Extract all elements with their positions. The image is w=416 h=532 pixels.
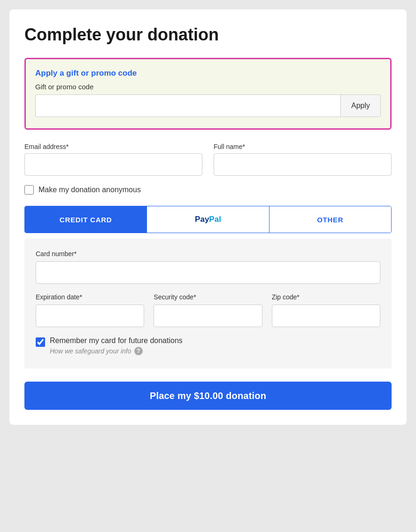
fullname-group: Full name* [214, 143, 392, 176]
paypal-light-text: Pal [209, 215, 221, 224]
apply-button[interactable]: Apply [340, 94, 381, 117]
expiration-input[interactable] [36, 305, 144, 327]
security-code-input[interactable] [154, 305, 262, 327]
paypal-logo: PayPal [195, 215, 221, 224]
email-input[interactable] [24, 153, 202, 176]
tab-paypal[interactable]: PayPal [146, 206, 269, 233]
safeguard-row: How we safeguard your info ? [50, 347, 183, 355]
zip-label: Zip code* [272, 293, 380, 301]
fullname-input[interactable] [214, 153, 392, 176]
safeguard-text: How we safeguard your info [50, 347, 131, 355]
anonymous-row: Make my donation anonymous [24, 185, 392, 195]
card-number-label: Card number* [36, 250, 380, 258]
tab-other[interactable]: OTHER [269, 206, 391, 233]
remember-card-checkbox[interactable] [36, 337, 45, 347]
security-label: Security code* [154, 293, 262, 301]
zip-input[interactable] [272, 305, 380, 327]
promo-section: Apply a gift or promo code Gift or promo… [24, 58, 392, 130]
promo-field-label: Gift or promo code [35, 83, 381, 91]
zip-group: Zip code* [272, 293, 380, 327]
promo-section-title: Apply a gift or promo code [35, 69, 381, 78]
tab-credit-card[interactable]: CREDIT CARD [25, 206, 146, 233]
remember-row: Remember my card for future donations Ho… [36, 336, 380, 355]
anonymous-checkbox[interactable] [24, 185, 34, 195]
contact-fields-row: Email address* Full name* [24, 143, 392, 176]
payment-tabs: CREDIT CARD PayPal OTHER [24, 206, 392, 233]
donate-button[interactable]: Place my $10.00 donation [24, 382, 392, 410]
security-group: Security code* [154, 293, 262, 327]
safeguard-help-icon[interactable]: ? [134, 347, 143, 355]
credit-card-section: Card number* Expiration date* Security c… [24, 239, 392, 368]
cc-details-row: Expiration date* Security code* Zip code… [36, 293, 380, 327]
page-title: Complete your donation [24, 24, 392, 45]
expiration-group: Expiration date* [36, 293, 144, 327]
paypal-dark-text: Pay [195, 215, 209, 224]
promo-input-row: Apply [35, 94, 381, 117]
email-group: Email address* [24, 143, 202, 176]
fullname-label: Full name* [214, 143, 392, 150]
card-number-input[interactable] [36, 261, 380, 284]
donation-form: Complete your donation Apply a gift or p… [9, 9, 407, 425]
remember-text-group: Remember my card for future donations Ho… [50, 336, 183, 355]
promo-code-input[interactable] [35, 94, 340, 117]
email-label: Email address* [24, 143, 202, 150]
remember-label: Remember my card for future donations [50, 336, 183, 345]
expiration-label: Expiration date* [36, 293, 144, 301]
anonymous-label: Make my donation anonymous [39, 186, 141, 194]
